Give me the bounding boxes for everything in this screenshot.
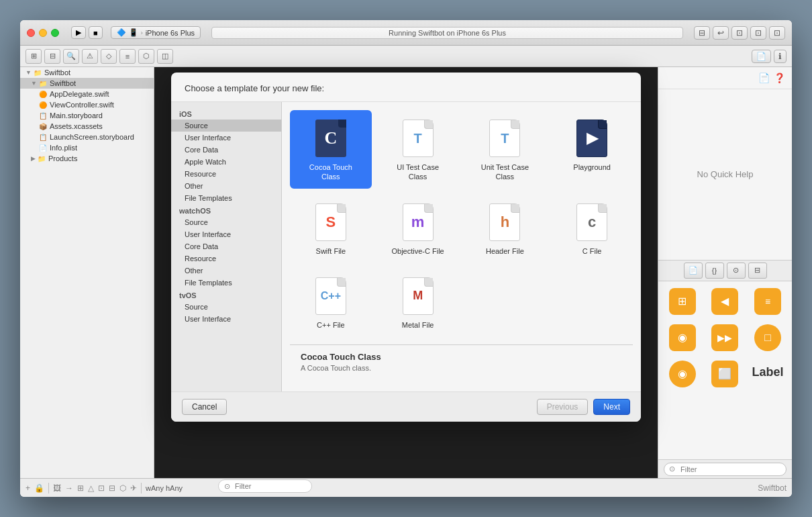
dialog-footer: Cancel Previous Next: [171, 391, 641, 422]
scheme-name: iPhone 6s Plus: [146, 29, 195, 37]
traffic-lights: [27, 29, 59, 37]
playground-symbol: ▶: [587, 130, 598, 147]
c-file-icon: c: [576, 203, 607, 241]
ds-item-applewatch-ios[interactable]: Apple Watch: [171, 156, 281, 168]
template-playground[interactable]: ▶ Playground: [551, 110, 633, 189]
ds-item-other-ios[interactable]: Other: [171, 180, 281, 192]
template-grid: C Cocoa TouchClass T: [290, 110, 633, 336]
metal-file-label: Metal File: [402, 320, 434, 330]
ui-test-file-icon: T: [403, 120, 434, 157]
swift-file-icon: S: [315, 203, 346, 241]
playground-icon-wrap: ▶: [573, 118, 611, 158]
ui-test-icon-wrap: T: [399, 118, 437, 158]
close-button[interactable]: [27, 29, 35, 37]
cpp-symbol: C++: [321, 290, 341, 302]
cocoa-touch-icon-wrap: C: [312, 118, 350, 158]
ds-item-filetemplates-watchos[interactable]: File Templates: [171, 277, 281, 289]
cocoa-touch-file-icon: C: [315, 120, 346, 157]
ds-item-other-watchos[interactable]: Other: [171, 265, 281, 277]
maximize-button[interactable]: [51, 29, 59, 37]
debug-button[interactable]: ⊡: [750, 26, 766, 40]
dialog-title: Choose a template for your new file:: [171, 73, 641, 102]
template-unit-test[interactable]: T Unit Test CaseClass: [464, 110, 546, 189]
playground-file-icon: ▶: [576, 120, 607, 157]
ds-item-ui-tvos[interactable]: User Interface: [171, 313, 281, 325]
swift-file-icon-wrap: S: [312, 202, 350, 242]
template-cpp-file[interactable]: C++ C++ File: [290, 268, 372, 336]
header-file-icon-wrap: h: [486, 202, 523, 242]
header-file-icon: h: [489, 203, 520, 241]
ds-item-source-watchos[interactable]: Source: [171, 216, 281, 228]
chevron-right-icon: ›: [141, 30, 143, 36]
section-watchos: watchOS: [171, 204, 281, 216]
objc-file-icon-wrap: m: [399, 202, 437, 242]
ds-item-filetemplates-ios[interactable]: File Templates: [171, 192, 281, 204]
ds-item-resource-ios[interactable]: Resource: [171, 168, 281, 180]
template-c-file[interactable]: c C File: [551, 194, 633, 263]
metal-symbol: M: [413, 289, 423, 303]
template-swift-file[interactable]: S Swift File: [290, 194, 372, 263]
template-header-file[interactable]: h Header File: [464, 194, 546, 263]
run-status: Running Swiftbot on iPhone 6s Plus: [211, 27, 683, 39]
run-button[interactable]: ▶: [71, 26, 86, 39]
template-cocoa-touch[interactable]: C Cocoa TouchClass: [290, 110, 372, 189]
cancel-button[interactable]: Cancel: [182, 399, 227, 415]
objc-symbol: m: [411, 214, 425, 231]
scheme-selector[interactable]: 🔷 📱 › iPhone 6s Plus: [111, 26, 201, 39]
cocoa-touch-label: Cocoa TouchClass: [309, 162, 352, 182]
template-objc-file[interactable]: m Objective-C File: [377, 194, 459, 263]
template-description: Cocoa Touch Class A Cocoa Touch class.: [290, 344, 633, 385]
metal-file-icon-wrap: M: [399, 276, 437, 316]
template-title: Cocoa Touch Class: [301, 352, 622, 362]
dialog-overlay: Choose a template for your new file: iOS…: [20, 46, 792, 497]
header-file-label: Header File: [486, 246, 524, 256]
unit-test-file-icon: T: [489, 120, 520, 157]
next-button[interactable]: Next: [593, 399, 630, 415]
cocoa-c-symbol: C: [324, 128, 337, 148]
unit-test-symbol: T: [501, 131, 509, 146]
titlebar: ▶ ■ 🔷 📱 › iPhone 6s Plus Running Swiftbo…: [20, 20, 792, 46]
metal-file-icon: M: [403, 277, 434, 315]
c-file-label: C File: [582, 246, 602, 256]
template-ui-test[interactable]: T UI Test CaseClass: [377, 110, 459, 189]
section-tvos: tvOS: [171, 289, 281, 301]
navigator-button[interactable]: ⊡: [731, 26, 748, 40]
objc-file-icon: m: [403, 203, 434, 241]
inspector-button[interactable]: ⊡: [769, 26, 785, 40]
cpp-file-icon: C++: [315, 277, 346, 315]
header-symbol: h: [501, 214, 509, 231]
template-metal-file[interactable]: M Metal File: [377, 268, 459, 336]
ds-item-source-tvos[interactable]: Source: [171, 301, 281, 313]
main-window: ▶ ■ 🔷 📱 › iPhone 6s Plus Running Swiftbo…: [20, 20, 792, 497]
device-icon: 📱: [129, 28, 138, 37]
ds-item-resource-watchos[interactable]: Resource: [171, 252, 281, 265]
stop-button[interactable]: ■: [89, 26, 103, 39]
xcode-icon: 🔷: [117, 28, 126, 37]
ds-item-ui-watchos[interactable]: User Interface: [171, 228, 281, 240]
warnings-button[interactable]: ⊟: [694, 26, 710, 40]
swift-file-label: Swift File: [316, 246, 346, 256]
previous-button[interactable]: Previous: [537, 399, 589, 415]
cpp-file-label: C++ File: [317, 320, 345, 330]
stop-icon: ■: [93, 29, 98, 37]
objc-file-label: Objective-C File: [392, 246, 444, 256]
ds-item-coredata-ios[interactable]: Core Data: [171, 144, 281, 156]
ds-item-ui-ios[interactable]: User Interface: [171, 132, 281, 144]
swift-symbol: S: [326, 214, 336, 231]
dialog-body: iOS Source User Interface Core Data Appl…: [171, 102, 641, 391]
minimize-button[interactable]: [39, 29, 47, 37]
unit-test-label: Unit Test CaseClass: [481, 162, 529, 182]
c-file-icon-wrap: c: [573, 202, 611, 242]
ds-item-coredata-watchos[interactable]: Core Data: [171, 240, 281, 252]
run-icon: ▶: [76, 28, 81, 37]
section-ios: iOS: [171, 107, 281, 120]
ui-test-label: UI Test CaseClass: [397, 162, 439, 182]
search-button[interactable]: ↩: [713, 26, 729, 40]
template-grid-area: C Cocoa TouchClass T: [282, 102, 641, 391]
c-symbol: c: [588, 214, 596, 231]
cpp-file-icon-wrap: C++: [312, 276, 350, 316]
ui-test-symbol: T: [414, 131, 422, 146]
ds-item-source-ios[interactable]: Source: [171, 120, 281, 132]
template-desc-text: A Cocoa Touch class.: [301, 364, 622, 372]
playground-label: Playground: [573, 162, 611, 172]
